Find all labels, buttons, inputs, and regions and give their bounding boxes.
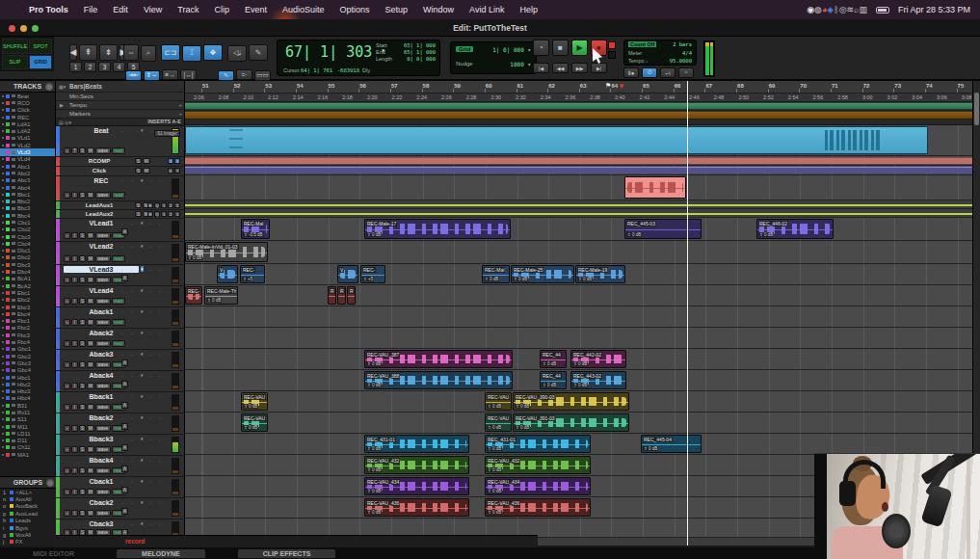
- track-controls-vlead2[interactable]: VLead2▾●ISMwaveread· · · · ·: [56, 242, 184, 265]
- zoom-preset-2[interactable]: 2: [84, 62, 96, 72]
- insert-slot[interactable]: E: [147, 202, 153, 208]
- ruler-add-icon[interactable]: +: [178, 111, 182, 117]
- mode-grid-button[interactable]: GRID: [29, 55, 52, 70]
- tempo-ruler[interactable]: [185, 102, 972, 111]
- sidebar-track-fbc3[interactable]: Fbc3: [0, 332, 55, 338]
- track-controls-rec[interactable]: REC▾●ISMwaveread· · · · ·: [56, 176, 184, 201]
- clip-gain-label[interactable]: ↥ 0 dB: [366, 489, 382, 494]
- record-enable-button[interactable]: ●: [64, 255, 70, 262]
- ruler-add-icon[interactable]: +: [178, 102, 182, 108]
- clip-gain-label[interactable]: ↥ 0 dB: [243, 404, 258, 410]
- record-enable-button[interactable]: ●: [64, 425, 70, 432]
- mute-button[interactable]: M: [87, 232, 94, 239]
- clip-rec-431-01[interactable]: REC_431-01↥ 0 dB: [485, 435, 591, 453]
- ruler-name-markers[interactable]: Markers+: [56, 110, 184, 119]
- mode-slip-button[interactable]: SLIP: [2, 55, 28, 70]
- sidebar-track-dbc1[interactable]: Dbc1: [0, 248, 55, 254]
- scrubber-tool[interactable]: ◁𝅘𝅥: [227, 45, 247, 62]
- conductor-button[interactable]: 𝄐: [678, 67, 694, 78]
- sidebar-track-abc2[interactable]: Abc2: [0, 170, 55, 176]
- sidebar-track-abc3[interactable]: Abc3: [0, 177, 55, 184]
- solo-button[interactable]: S: [135, 168, 142, 173]
- sidebar-track-lda2[interactable]: LdA2: [0, 127, 55, 134]
- input-monitor-button[interactable]: I: [71, 277, 78, 283]
- lane-vlead3[interactable]: VREC-↥ +5VREC-↥ +5REC-Mal↥ 0 dBREC-Male-…: [185, 264, 972, 285]
- clip-rec-[interactable]: REC-: [185, 286, 202, 305]
- clip-rec-vau-434[interactable]: REC-VAU_434↥ 0 dB: [485, 477, 591, 495]
- clip-gain-label[interactable]: ↥ 0 dB: [366, 361, 382, 367]
- input-monitor-button[interactable]: T: [71, 147, 78, 154]
- insert-slot[interactable]: 1: [161, 211, 167, 217]
- rewind-button[interactable]: ◀◀: [552, 63, 569, 73]
- record-enable-button[interactable]: ●: [64, 192, 70, 199]
- record-enable-button[interactable]: ●: [64, 361, 70, 368]
- sidebar-track-gbc3[interactable]: Gbc3: [0, 359, 55, 366]
- input-monitor-button[interactable]: I: [71, 192, 78, 199]
- playback-marker-icon[interactable]: ▼: [618, 82, 625, 91]
- zoom-toggle-button[interactable]: ⇔: [123, 44, 139, 61]
- record-enable-button[interactable]: ●: [64, 319, 70, 326]
- stop-button[interactable]: ■: [552, 40, 569, 56]
- mute-button[interactable]: M: [87, 404, 94, 411]
- track-name[interactable]: RCOMP: [66, 157, 133, 166]
- sidebar-track-lda1[interactable]: LdA1: [0, 120, 55, 127]
- solo-button[interactable]: S: [79, 319, 86, 326]
- insert-slot[interactable]: 7: [174, 168, 180, 173]
- track-view-selector[interactable]: wave: [95, 319, 111, 326]
- clip-gain-label[interactable]: ↥ 0 dB: [487, 404, 502, 410]
- insert-assigned-slot[interactable]: A: [121, 402, 128, 409]
- tab-midi-editor[interactable]: MIDI EDITOR: [23, 549, 84, 558]
- insert-assigned-slot[interactable]: A: [121, 508, 128, 515]
- sidebar-track-vld2[interactable]: VLd2: [0, 142, 55, 148]
- track-view-selector[interactable]: wave: [95, 361, 111, 368]
- lane-vlead4[interactable]: REC-REC-Male-Th↥ 0 dBRRR: [185, 285, 972, 306]
- min-secs-ruler[interactable]: 2:062:082:102:122:142:162:182:202:222:24…: [185, 93, 972, 102]
- sidebar-track-fbc2[interactable]: Fbc2: [0, 325, 55, 332]
- insert-assigned-slot[interactable]: A: [121, 487, 128, 493]
- automation-mode-button[interactable]: read: [112, 298, 125, 305]
- insert-assigned-slot[interactable]: A: [121, 444, 128, 451]
- clip-rec-vau[interactable]: REC-VAU↥ 0 dB: [241, 392, 268, 411]
- tab-to-transient-button[interactable]: ⇥⇤: [125, 70, 142, 81]
- clip-gain-label[interactable]: ↥ 0 dB: [366, 383, 382, 388]
- layered-editing-button[interactable]: ▭▭: [254, 70, 271, 81]
- clip-rec-mal[interactable]: REC-Mal↥ 0 dB: [482, 265, 510, 283]
- track-view-selector[interactable]: wave: [95, 425, 111, 432]
- track-controls-cback1[interactable]: Cback1▾●ISMwaveread· · · · ·A: [56, 477, 184, 498]
- lane-leadaux1[interactable]: [185, 200, 972, 209]
- zoom-wave-out-button[interactable]: ⇟: [99, 44, 118, 61]
- group-bgvs[interactable]: iBgvs: [0, 524, 56, 531]
- track-view-selector[interactable]: wave: [95, 340, 111, 347]
- menu-avid-link[interactable]: Avid Link: [462, 5, 512, 14]
- input-monitor-button[interactable]: I: [71, 446, 78, 453]
- sidebar-track-beat[interactable]: Beat: [0, 93, 55, 99]
- menu-event[interactable]: Event: [237, 5, 275, 14]
- mute-button[interactable]: M: [87, 467, 94, 474]
- clip-rec-445-03[interactable]: REC_445-03↥ 0 dB: [624, 219, 702, 239]
- clip-gain-label[interactable]: ↥ -0.5 dB: [243, 232, 264, 238]
- sidebar-track-ld11[interactable]: LD11: [0, 430, 55, 437]
- lane-bback2[interactable]: REC-VAU↥ 0 dBREC-VAU↥ 0 dBREC-VAU_391-03…: [185, 413, 972, 434]
- track-controls-cback2[interactable]: Cback2▾●ISMwaveread· · · · ·A: [56, 498, 184, 519]
- markers-ruler[interactable]: [185, 111, 972, 120]
- insert-slot[interactable]: D: [168, 168, 173, 173]
- clip-rec-vau-387[interactable]: REC-VAU_387↥ 0 dB: [364, 350, 513, 368]
- sidebar-track-d11[interactable]: D11: [0, 438, 55, 444]
- mute-button[interactable]: M: [87, 340, 94, 347]
- mirrored-editing-button[interactable]: =·: [236, 69, 252, 80]
- menu-track[interactable]: Track: [170, 5, 206, 14]
- menu-setup[interactable]: Setup: [378, 5, 416, 14]
- sidebar-track-bbc3[interactable]: Bbc3: [0, 205, 55, 212]
- clip-gain-label[interactable]: ↥ 0 dB: [366, 232, 382, 238]
- sidebar-track-rec[interactable]: REC: [0, 114, 55, 120]
- clip-gain-label[interactable]: ↥ 0 dB: [542, 383, 557, 388]
- lane-click[interactable]: [185, 166, 972, 175]
- track-controls-aback3[interactable]: Aback3▾●ISMwaveread· · · · ·A: [56, 350, 184, 371]
- clip-rec-male-17[interactable]: REC-Male-17↥ 0 dB: [364, 219, 511, 239]
- menu-bar-clock[interactable]: Fri Apr 28 5:33 PM: [898, 5, 970, 14]
- clip-gain-label[interactable]: ↥ 0 dB: [206, 298, 222, 304]
- input-monitor-button[interactable]: I: [71, 319, 78, 326]
- clip-gain-label[interactable]: ↥ 0 dB: [484, 277, 499, 282]
- clip-gain-label[interactable]: ↥ +5: [242, 277, 253, 282]
- insert-assigned-slot[interactable]: A: [121, 359, 128, 366]
